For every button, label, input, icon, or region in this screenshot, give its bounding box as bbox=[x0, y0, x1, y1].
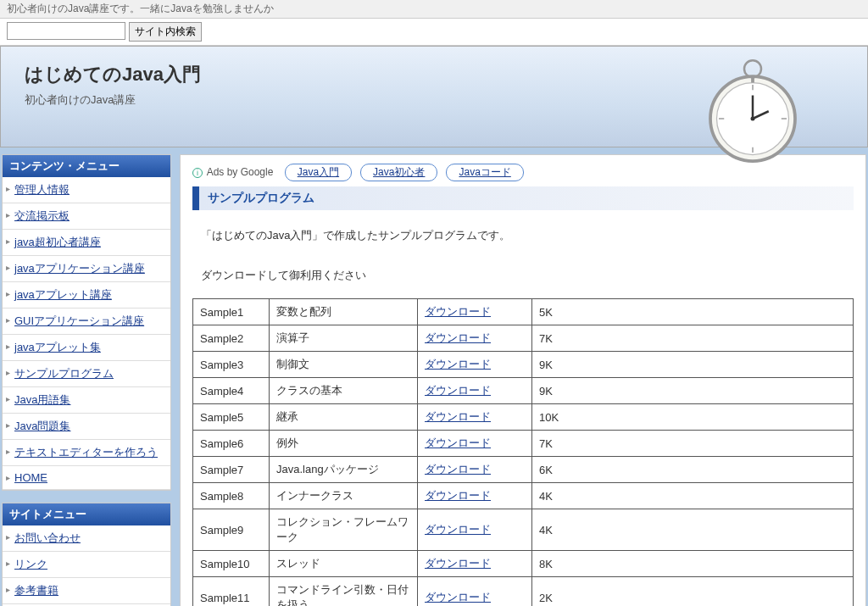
download-link[interactable]: ダウンロード bbox=[425, 358, 491, 370]
sample-size: 4K bbox=[532, 509, 854, 551]
description: 「はじめてのJava入門」で作成したサンプルプログラムです。 ダウンロードして御… bbox=[201, 225, 854, 285]
desc-line: ダウンロードして御利用ください bbox=[201, 265, 854, 285]
page-title: サンプルプログラム bbox=[192, 186, 854, 210]
site-menu: サイトメニュー お問い合わせリンク参考書籍サイトマップ広告掲載について bbox=[2, 503, 171, 606]
menu-link[interactable]: javaアプレット集 bbox=[14, 341, 101, 353]
sample-id: Sample3 bbox=[193, 352, 270, 378]
sample-size: 5K bbox=[532, 299, 854, 325]
menu-link[interactable]: javaアプリケーション講座 bbox=[14, 262, 145, 275]
menu-item[interactable]: 参考書籍 bbox=[3, 578, 170, 604]
table-row: Sample2演算子ダウンロード7K bbox=[193, 325, 854, 352]
menu-title: コンテンツ・メニュー bbox=[3, 155, 170, 177]
download-cell: ダウンロード bbox=[418, 457, 532, 483]
menu-item[interactable]: サンプルプログラム bbox=[3, 361, 170, 387]
menu-item[interactable]: Java用語集 bbox=[3, 387, 170, 414]
sample-id: Sample5 bbox=[193, 404, 270, 431]
sample-id: Sample4 bbox=[193, 378, 270, 404]
sample-name: インナークラス bbox=[270, 483, 418, 509]
ad-pill[interactable]: Javaコード bbox=[446, 164, 523, 181]
sample-name: クラスの基本 bbox=[270, 378, 418, 404]
sample-name: コマンドライン引数・日付を扱う bbox=[270, 577, 418, 606]
download-cell: ダウンロード bbox=[418, 483, 532, 509]
download-link[interactable]: ダウンロード bbox=[425, 305, 491, 318]
menu-link[interactable]: テキストエディターを作ろう bbox=[14, 446, 158, 459]
menu-link[interactable]: お問い合わせ bbox=[14, 531, 81, 544]
contents-menu: コンテンツ・メニュー 管理人情報交流掲示板java超初心者講座javaアプリケー… bbox=[2, 154, 171, 491]
ad-pill[interactable]: Java初心者 bbox=[360, 164, 437, 181]
sample-size: 8K bbox=[532, 551, 854, 577]
menu-link[interactable]: 管理人情報 bbox=[14, 183, 70, 196]
menu-link[interactable]: javaアプレット講座 bbox=[14, 288, 112, 301]
menu-item[interactable]: お問い合わせ bbox=[3, 525, 170, 552]
menu-link[interactable]: リンク bbox=[14, 558, 47, 570]
menu-item[interactable]: javaアプリケーション講座 bbox=[3, 256, 170, 282]
table-row: Sample1変数と配列ダウンロード5K bbox=[193, 299, 854, 325]
search-input[interactable] bbox=[7, 22, 125, 40]
menu-item[interactable]: GUIアプリケーション講座 bbox=[3, 309, 170, 335]
menu-item[interactable]: java超初心者講座 bbox=[3, 230, 170, 256]
menu-link[interactable]: サンプルプログラム bbox=[14, 367, 114, 380]
table-row: Sample4クラスの基本ダウンロード9K bbox=[193, 378, 854, 404]
table-row: Sample8インナークラスダウンロード4K bbox=[193, 483, 854, 509]
sample-id: Sample1 bbox=[193, 299, 270, 325]
download-link[interactable]: ダウンロード bbox=[425, 331, 491, 344]
download-link[interactable]: ダウンロード bbox=[425, 489, 491, 502]
sample-size: 9K bbox=[532, 352, 854, 378]
desc-line: 「はじめてのJava入門」で作成したサンプルプログラムです。 bbox=[201, 225, 854, 245]
sample-id: Sample9 bbox=[193, 509, 270, 551]
menu-item[interactable]: HOME bbox=[3, 466, 170, 490]
table-row: Sample11コマンドライン引数・日付を扱うダウンロード2K bbox=[193, 577, 854, 606]
menu-link[interactable]: 交流掲示板 bbox=[14, 209, 70, 222]
menu-link[interactable]: Java用語集 bbox=[14, 393, 70, 406]
sample-name: スレッド bbox=[270, 551, 418, 577]
menu-link[interactable]: GUIアプリケーション講座 bbox=[14, 314, 144, 327]
menu-item[interactable]: テキストエディターを作ろう bbox=[3, 440, 170, 466]
download-cell: ダウンロード bbox=[418, 404, 532, 431]
sample-name: 変数と配列 bbox=[270, 299, 418, 325]
table-row: Sample5継承ダウンロード10K bbox=[193, 404, 854, 431]
download-cell: ダウンロード bbox=[418, 325, 532, 352]
svg-point-6 bbox=[751, 117, 755, 121]
menu-link[interactable]: HOME bbox=[14, 471, 47, 484]
sample-size: 4K bbox=[532, 483, 854, 509]
menu-item[interactable]: 管理人情報 bbox=[3, 177, 170, 203]
table-row: Sample6例外ダウンロード7K bbox=[193, 431, 854, 457]
ad-pill[interactable]: Java入門 bbox=[285, 164, 352, 181]
menu-item[interactable]: リンク bbox=[3, 552, 170, 578]
menu-link[interactable]: java超初心者講座 bbox=[14, 236, 101, 248]
menu-link[interactable]: 参考書籍 bbox=[14, 584, 58, 597]
download-link[interactable]: ダウンロード bbox=[425, 591, 491, 603]
menu-item[interactable]: javaアプレット集 bbox=[3, 335, 170, 361]
sample-id: Sample8 bbox=[193, 483, 270, 509]
sample-id: Sample10 bbox=[193, 551, 270, 577]
download-cell: ダウンロード bbox=[418, 509, 532, 551]
sample-size: 2K bbox=[532, 577, 854, 606]
sample-size: 7K bbox=[532, 325, 854, 352]
sample-name: Java.langパッケージ bbox=[270, 457, 418, 483]
sample-id: Sample7 bbox=[193, 457, 270, 483]
download-link[interactable]: ダウンロード bbox=[425, 384, 491, 397]
table-row: Sample10スレッドダウンロード8K bbox=[193, 551, 854, 577]
download-link[interactable]: ダウンロード bbox=[425, 410, 491, 423]
sample-id: Sample2 bbox=[193, 325, 270, 352]
sample-id: Sample6 bbox=[193, 431, 270, 457]
download-cell: ダウンロード bbox=[418, 551, 532, 577]
ads-label: Ads by Google bbox=[207, 166, 274, 178]
menu-item[interactable]: Java問題集 bbox=[3, 414, 170, 440]
download-link[interactable]: ダウンロード bbox=[425, 523, 491, 536]
download-cell: ダウンロード bbox=[418, 352, 532, 378]
sample-name: 継承 bbox=[270, 404, 418, 431]
menu-item[interactable]: 交流掲示板 bbox=[3, 203, 170, 230]
download-link[interactable]: ダウンロード bbox=[425, 557, 491, 570]
download-link[interactable]: ダウンロード bbox=[425, 436, 491, 449]
sample-size: 10K bbox=[532, 404, 854, 431]
menu-link[interactable]: Java問題集 bbox=[14, 420, 70, 432]
menu-item[interactable]: javaアプレット講座 bbox=[3, 282, 170, 309]
download-link[interactable]: ダウンロード bbox=[425, 463, 491, 475]
sample-size: 9K bbox=[532, 378, 854, 404]
sample-name: コレクション・フレームワーク bbox=[270, 509, 418, 551]
search-button[interactable] bbox=[129, 22, 202, 42]
table-row: Sample9コレクション・フレームワークダウンロード4K bbox=[193, 509, 854, 551]
sample-name: 制御文 bbox=[270, 352, 418, 378]
sample-name: 演算子 bbox=[270, 325, 418, 352]
